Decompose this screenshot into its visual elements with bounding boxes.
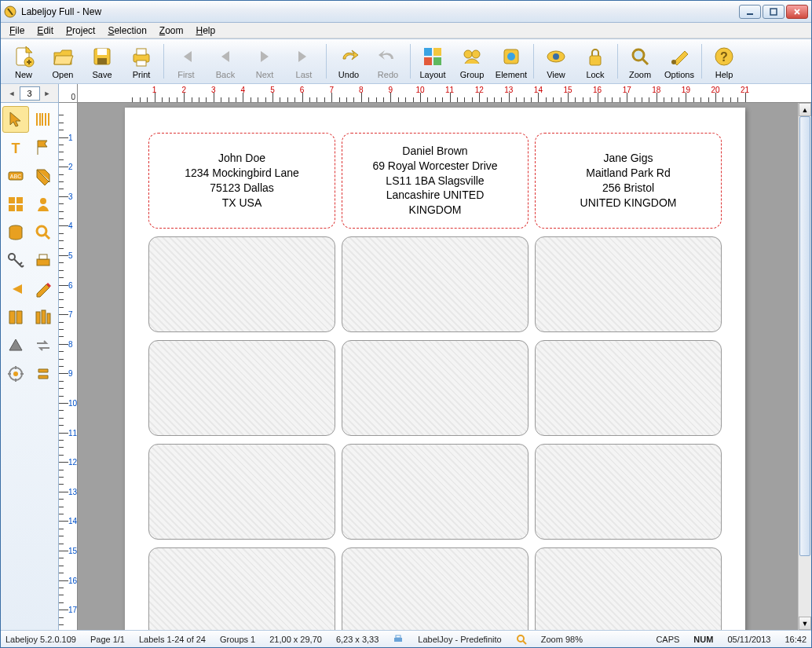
text-tool[interactable]: T [2, 134, 29, 161]
misc-tool[interactable] [31, 361, 57, 387]
grid-tool[interactable] [2, 191, 29, 218]
minimize-button[interactable] [739, 5, 761, 19]
window-title: Labeljoy Full - New [21, 6, 739, 17]
group-icon [459, 44, 485, 69]
pointer-tool[interactable] [2, 106, 29, 133]
options-icon [667, 44, 692, 69]
printer-tool[interactable] [31, 247, 57, 274]
label-cell-empty[interactable] [535, 547, 722, 630]
svg-rect-46 [42, 310, 46, 324]
label-cell-empty[interactable] [342, 547, 529, 630]
vertical-scrollbar[interactable]: ▲ ▼ [798, 103, 811, 630]
scroll-down-button[interactable]: ▼ [799, 617, 811, 630]
save-icon [90, 44, 115, 69]
shape-tool[interactable] [2, 332, 29, 359]
label-cell-empty[interactable] [148, 547, 335, 630]
label-cell-empty[interactable] [148, 444, 335, 540]
status-num: NUM [693, 635, 713, 644]
svg-rect-37 [9, 205, 15, 211]
scroll-thumb[interactable] [799, 116, 810, 556]
last-button[interactable]: Last [284, 40, 324, 82]
redo-button[interactable]: Redo [368, 40, 408, 82]
label-cell[interactable]: Daniel Brown69 Royal Worcester DriveLS11… [342, 133, 529, 229]
options-button[interactable]: Options [660, 40, 699, 82]
canvas[interactable]: John Doe1234 Mockingbird Lane75123 Dalla… [78, 103, 798, 630]
menu-file[interactable]: File [4, 24, 30, 37]
label-cell-empty[interactable] [535, 340, 722, 436]
person-tool[interactable] [31, 191, 57, 218]
open-button[interactable]: Open [43, 40, 82, 82]
page-selector: ◄ ► [1, 84, 58, 103]
svg-rect-21 [590, 56, 601, 65]
zoom-icon [627, 44, 653, 69]
new-button[interactable]: New [4, 40, 43, 82]
database-tool[interactable] [2, 219, 29, 246]
textbox-tool[interactable]: ABC [2, 163, 29, 189]
status-time: 16:42 [785, 635, 807, 644]
zoom-button[interactable]: Zoom [620, 40, 660, 82]
svg-rect-13 [424, 57, 432, 65]
page-next-button[interactable]: ► [42, 90, 53, 97]
horizontal-ruler: 123456789101112131415161718192021 [78, 84, 811, 103]
group-button[interactable]: Group [452, 40, 492, 82]
next-icon [252, 44, 277, 69]
label-cell-empty[interactable] [148, 340, 335, 436]
next-button[interactable]: Next [245, 40, 284, 82]
window-buttons [739, 5, 808, 19]
back-button[interactable]: Back [206, 40, 245, 82]
swap-tool[interactable] [31, 332, 57, 359]
label-cell-empty[interactable] [342, 340, 529, 436]
label-cell-empty[interactable] [535, 236, 722, 332]
book-tool[interactable] [2, 304, 29, 331]
svg-rect-11 [424, 48, 432, 56]
books-tool[interactable] [31, 304, 57, 331]
menu-help[interactable]: Help [191, 24, 221, 37]
view-button[interactable]: View [536, 40, 576, 82]
flag-tool[interactable] [31, 134, 57, 161]
label-cell-empty[interactable] [148, 236, 335, 332]
first-icon [174, 44, 199, 69]
label-cell[interactable]: Jane GigsMaitland Park Rd256 BristolUNIT… [535, 133, 722, 229]
page-prev-button[interactable]: ◄ [6, 90, 18, 97]
menu-edit[interactable]: Edit [31, 24, 59, 37]
label-cell[interactable]: John Doe1234 Mockingbird Lane75123 Dalla… [148, 133, 335, 229]
menu-selection[interactable]: Selection [102, 24, 152, 37]
target-tool[interactable] [2, 361, 29, 387]
help-button[interactable]: ?Help [704, 40, 744, 82]
open-icon [50, 44, 75, 69]
close-button[interactable] [786, 5, 808, 19]
find-tool[interactable] [31, 219, 57, 246]
lock-button[interactable]: Lock [576, 40, 615, 82]
label-cell-empty[interactable] [342, 444, 529, 540]
svg-rect-47 [47, 313, 50, 324]
layout-button[interactable]: Layout [413, 40, 452, 82]
page-number-input[interactable] [20, 86, 40, 101]
svg-point-24 [671, 60, 676, 64]
edit-tool[interactable] [31, 276, 57, 302]
label-cell-empty[interactable] [342, 236, 529, 332]
save-button[interactable]: Save [82, 40, 122, 82]
tag-tool[interactable] [31, 163, 57, 189]
scroll-up-button[interactable]: ▲ [799, 103, 811, 116]
element-button[interactable]: Element [492, 40, 531, 82]
undo-button[interactable]: Undo [329, 40, 368, 82]
layout-icon [420, 44, 445, 69]
svg-point-16 [472, 50, 480, 58]
status-pagesize: 21,00 x 29,70 [269, 635, 322, 644]
menu-project[interactable]: Project [60, 24, 101, 37]
svg-rect-50 [394, 638, 402, 642]
svg-rect-51 [396, 635, 401, 638]
menu-zoom[interactable]: Zoom [154, 24, 189, 37]
key-tool[interactable] [2, 247, 29, 274]
element-icon [499, 44, 524, 69]
barcode-tool[interactable] [31, 106, 57, 133]
svg-point-23 [635, 51, 642, 59]
arrow-left-tool[interactable] [2, 276, 29, 302]
label-cell-empty[interactable] [535, 444, 722, 540]
print-button[interactable]: Print [122, 40, 161, 82]
svg-rect-1 [747, 13, 753, 15]
status-labelsize: 6,23 x 3,33 [336, 635, 379, 644]
main-toolbar: New Open Save Print First Back Next Last… [1, 38, 811, 84]
first-button[interactable]: First [166, 40, 206, 82]
maximize-button[interactable] [763, 5, 785, 19]
